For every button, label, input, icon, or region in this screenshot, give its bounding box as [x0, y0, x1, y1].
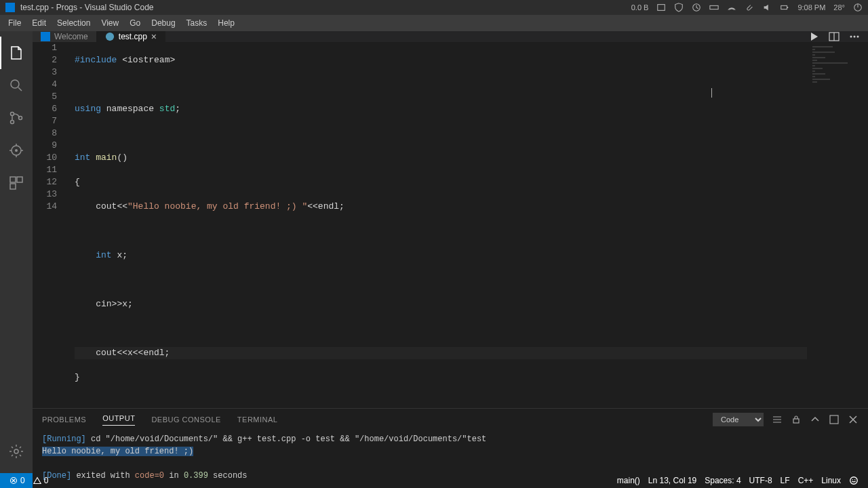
svg-rect-4: [787, 7, 789, 8]
close-icon[interactable]: ×: [151, 31, 157, 42]
panel-tab-problems[interactable]: PROBLEMS: [42, 415, 86, 424]
clip-icon[interactable]: [745, 3, 754, 12]
line-gutter: 1234567891011121314: [33, 42, 66, 408]
tab-welcome-label: Welcome: [54, 32, 88, 41]
clock[interactable]: 9:08 PM: [797, 3, 825, 12]
svg-point-33: [852, 479, 853, 480]
status-indent[interactable]: Spaces: 4: [701, 476, 745, 485]
menu-view[interactable]: View: [96, 18, 124, 28]
status-cursor-pos[interactable]: Ln 13, Col 19: [644, 476, 701, 485]
tab-test-cpp[interactable]: test.cpp ×: [97, 31, 165, 42]
svg-point-9: [11, 113, 14, 116]
network-speed: 0.0 B: [631, 3, 649, 12]
code-content[interactable]: #include <iostream> using namespace std;…: [66, 42, 868, 408]
more-icon[interactable]: [849, 31, 860, 42]
svg-rect-29: [793, 419, 799, 423]
panel-tab-terminal[interactable]: TERMINAL: [237, 415, 278, 424]
status-feedback-icon[interactable]: [845, 476, 863, 485]
panel-tab-output[interactable]: OUTPUT: [102, 414, 135, 426]
menubar: File Edit Selection View Go Debug Tasks …: [0, 15, 868, 31]
titlebar: test.cpp - Progs - Visual Studio Code 0.…: [0, 0, 868, 15]
tab-welcome[interactable]: Welcome: [33, 31, 97, 42]
svg-point-7: [11, 80, 19, 88]
menu-selection[interactable]: Selection: [52, 18, 96, 28]
menu-file[interactable]: File: [3, 18, 26, 28]
keyboard-icon[interactable]: [709, 3, 719, 12]
power-icon[interactable]: [853, 3, 863, 12]
svg-rect-3: [781, 5, 787, 9]
output-channel-select[interactable]: Code: [713, 413, 764, 426]
vscode-tab-icon: [41, 32, 50, 41]
svg-rect-20: [10, 184, 16, 189]
svg-rect-30: [830, 415, 838, 424]
menu-debug[interactable]: Debug: [146, 18, 180, 28]
cpp-file-icon: [105, 32, 115, 41]
code-editor[interactable]: 1234567891011121314 #include <iostream> …: [33, 42, 868, 408]
settings-icon[interactable]: [0, 435, 33, 468]
search-icon[interactable]: [0, 69, 33, 102]
status-encoding[interactable]: UTF-8: [745, 476, 776, 485]
volume-icon[interactable]: [762, 3, 772, 12]
lock-scroll-icon[interactable]: [791, 414, 802, 425]
menu-edit[interactable]: Edit: [26, 18, 52, 28]
shield-icon[interactable]: [674, 3, 684, 12]
svg-point-13: [15, 149, 18, 152]
close-panel-icon[interactable]: [848, 414, 859, 425]
tab-test-cpp-label: test.cpp: [119, 32, 147, 41]
explorer-icon[interactable]: [0, 37, 33, 69]
svg-point-32: [850, 477, 858, 485]
editor-actions: [808, 31, 868, 42]
svg-line-8: [18, 87, 22, 91]
svg-point-26: [850, 36, 852, 38]
minimap[interactable]: [807, 42, 868, 408]
source-control-icon[interactable]: [0, 102, 33, 134]
svg-point-23: [106, 33, 114, 41]
svg-point-28: [857, 36, 859, 38]
clear-output-icon[interactable]: [772, 414, 783, 425]
svg-rect-0: [658, 5, 665, 11]
panel-tab-debug-console[interactable]: DEBUG CONSOLE: [151, 415, 220, 424]
text-cursor: [711, 88, 712, 98]
split-editor-icon[interactable]: [829, 31, 840, 42]
chevron-up-icon[interactable]: [810, 414, 821, 425]
menu-tasks[interactable]: Tasks: [181, 18, 213, 28]
menu-help[interactable]: Help: [212, 18, 240, 28]
window-title: test.cpp - Progs - Visual Studio Code: [20, 3, 154, 12]
panel-actions: Code: [713, 413, 859, 426]
network-icon[interactable]: [727, 3, 736, 12]
menu-go[interactable]: Go: [124, 18, 146, 28]
main: Welcome test.cpp ×: [0, 31, 868, 473]
svg-point-21: [14, 449, 18, 453]
activity-bar: [0, 31, 33, 473]
debug-icon[interactable]: [0, 134, 33, 167]
status-eol[interactable]: LF: [776, 476, 794, 485]
run-icon[interactable]: [808, 31, 819, 42]
status-os[interactable]: Linux: [817, 476, 845, 485]
editor-split: 1234567891011121314 #include <iostream> …: [33, 42, 868, 488]
svg-point-34: [854, 479, 855, 480]
system-tray: 0.0 B 9:08 PM 28°: [631, 3, 863, 12]
svg-rect-2: [710, 5, 718, 9]
svg-rect-18: [10, 177, 16, 182]
tab-bar: Welcome test.cpp ×: [33, 31, 868, 42]
svg-point-27: [854, 36, 856, 38]
extensions-icon[interactable]: [0, 167, 33, 199]
maximize-panel-icon[interactable]: [829, 414, 840, 425]
vscode-icon: [5, 3, 15, 12]
status-warnings[interactable]: 0: [29, 476, 53, 485]
status-scope[interactable]: main(): [613, 476, 644, 485]
status-language[interactable]: C++: [794, 476, 818, 485]
editor-area: Welcome test.cpp ×: [33, 31, 868, 473]
svg-rect-22: [41, 32, 50, 41]
svg-rect-19: [17, 177, 22, 182]
status-errors[interactable]: 0: [5, 476, 29, 485]
updates-icon[interactable]: [692, 3, 701, 12]
battery-icon[interactable]: [780, 3, 789, 12]
disk-icon[interactable]: [656, 3, 666, 12]
svg-point-10: [11, 121, 14, 124]
panel-tabs: PROBLEMS OUTPUT DEBUG CONSOLE TERMINAL C…: [33, 409, 868, 430]
temperature[interactable]: 28°: [833, 3, 845, 12]
